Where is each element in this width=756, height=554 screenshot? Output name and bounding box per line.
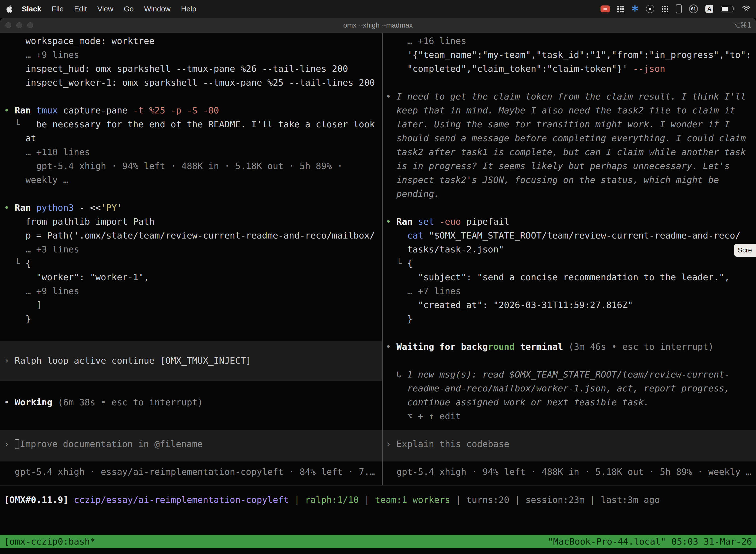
terminal-line: └ {	[4, 257, 31, 270]
waiting-status: • Waiting for background terminal (3m 46…	[386, 340, 713, 354]
terminal-line: inspect task2's JSON, focusing on the st…	[386, 173, 719, 187]
menu-item-window[interactable]: Window	[144, 5, 171, 13]
terminal-content[interactable]: workspace_mode: worktree … +9 lines insp…	[0, 33, 756, 554]
terminal-line: task2 after task1 is complete, but can I…	[386, 145, 746, 159]
prompt-input: › Improve documentation in @filename	[4, 437, 203, 451]
terminal-line: tasks/task-2.json"	[386, 242, 504, 257]
input-source-icon[interactable]: A	[705, 5, 713, 13]
ran-set-command: • Ran set -euo pipefail	[386, 215, 509, 229]
window-shortcut-badge: ⌥⌘1	[732, 18, 752, 33]
terminal-line: "subject": "send a concise recommendatio…	[386, 270, 730, 284]
iphone-mirroring-icon[interactable]	[676, 4, 682, 13]
menu-items: FileEditViewGoWindowHelp	[52, 5, 207, 13]
blue-asterisk-icon[interactable]	[631, 5, 638, 13]
working-status: • Working (6m 38s • esc to interrupt)	[4, 395, 203, 409]
terminal-line: should send a message before completing …	[386, 131, 746, 145]
dots-grid-icon[interactable]	[662, 6, 668, 12]
terminal-line: later. Using the same for transition mig…	[386, 117, 730, 131]
prompt-suggestion: › Explain this codebase	[386, 437, 509, 451]
tmux-session-label: [omx-cczip0:bash*	[4, 536, 95, 547]
menu-item-go[interactable]: Go	[124, 5, 134, 13]
terminal-line: p = Path('.omx/state/team/review-current…	[4, 229, 375, 242]
app-menu-slack[interactable]: Slack	[22, 5, 41, 13]
battery-icon[interactable]	[721, 6, 733, 12]
menu-item-help[interactable]: Help	[181, 5, 196, 13]
terminal-line: … +9 lines	[4, 48, 79, 62]
terminal-line: workspace_mode: worktree	[4, 34, 154, 48]
wifi-icon[interactable]	[742, 5, 751, 13]
terminal-line: '{"team_name":"my-team","task_id":"1","f…	[386, 48, 751, 62]
right-pane[interactable]: … +16 lines '{"team_name":"my-team","tas…	[383, 34, 756, 485]
terminal-line: weekly …	[4, 173, 68, 187]
tmux-host-time: "MacBook-Pro-44.local" 05:03 31-Mar-26	[548, 536, 752, 547]
window-title: omx --xhigh --madmax	[0, 18, 756, 33]
screenshot-thumbnail[interactable]: Scre	[734, 244, 756, 257]
model-status-footer: gpt-5.4 xhigh · essay/ai-reimplementatio…	[4, 465, 375, 479]
ran-python-command: • Ran python3 - <<'PY'	[4, 201, 122, 215]
terminal-line: … +16 lines	[386, 34, 466, 48]
terminal-line: "created_at": "2026-03-31T11:59:27.816Z"	[386, 298, 633, 312]
terminal-line: └ {	[386, 257, 413, 270]
terminal-line: at	[4, 131, 36, 145]
terminal-line: … +3 lines	[4, 242, 79, 257]
terminal-line: └ be necessary for the end of the README…	[4, 117, 375, 131]
terminal-line: keep that in mind. Maybe I also need the…	[386, 104, 735, 117]
keyboard-grid-icon[interactable]	[617, 6, 624, 12]
dark-circle-app-icon[interactable]	[646, 5, 654, 13]
terminal-line: "worker": "worker-1",	[4, 270, 149, 284]
terminal-line: "completed","claim_token":"claim-token"}…	[386, 62, 665, 76]
ran-tmux-command: • Ran tmux capture-pane -t %25 -p -S -80	[4, 104, 219, 117]
mailbox-message: ↳ 1 new msg(s): read $OMX_TEAM_STATE_ROO…	[386, 368, 730, 382]
edit-hint: ⌥ + ↑ edit	[386, 409, 461, 423]
screen-recording-indicator-icon[interactable]	[601, 5, 610, 12]
status-separator	[0, 485, 756, 486]
apple-menu-icon[interactable]	[6, 5, 12, 13]
terminal-line: … +9 lines	[4, 284, 79, 298]
menu-item-file[interactable]: File	[52, 5, 63, 13]
terminal-line: … +110 lines	[4, 145, 90, 159]
terminal-line: readme-and-reco/mailbox/worker-1.json, a…	[386, 382, 730, 395]
terminal-line: from pathlib import Path	[4, 215, 154, 229]
terminal-line: inspect_worker-1: omx sparkshell --tmux-…	[4, 76, 375, 90]
block-cursor	[15, 439, 19, 449]
tmux-status-bar: [omx-cczip0:bash* "MacBook-Pro-44.local"…	[0, 535, 756, 548]
terminal-line: pending.	[386, 187, 440, 201]
terminal-line: inspect_hud: omx sparkshell --tmux-pane …	[4, 62, 348, 76]
battery-percent-ring[interactable]: 61	[689, 4, 698, 13]
terminal-line: is in progress? It seems likely but perh…	[386, 159, 730, 173]
left-pane[interactable]: workspace_mode: worktree … +9 lines insp…	[0, 34, 382, 485]
terminal-line: ]	[4, 298, 42, 312]
terminal-line: … +7 lines	[386, 284, 461, 298]
ralph-loop-prompt: › Ralph loop active continue [OMX_TMUX_I…	[4, 354, 251, 368]
omx-status-line: [OMX#0.11.9] cczip/essay/ai-reimplementa…	[4, 493, 660, 507]
menu-item-edit[interactable]: Edit	[74, 5, 87, 13]
menu-bar: Slack FileEditViewGoWindowHelp 61 A	[0, 0, 756, 18]
menu-bar-status-icons: 61 A	[601, 4, 756, 13]
terminal-line: }	[4, 312, 31, 326]
terminal-line: continue assigned work or next feasible …	[386, 395, 649, 409]
menu-item-view[interactable]: View	[97, 5, 113, 13]
window-title-bar[interactable]: omx --xhigh --madmax ⌥⌘1	[0, 18, 756, 33]
thinking-text: • I need to get the claim token from the…	[386, 90, 746, 104]
model-status-footer: gpt-5.4 xhigh · 94% left · 488K in · 5.1…	[386, 465, 751, 479]
terminal-line: }	[386, 312, 413, 326]
terminal-line: cat "$OMX_TEAM_STATE_ROOT/team/review-cu…	[386, 229, 741, 242]
terminal-line: gpt-5.4 xhigh · 94% left · 488K in · 5.1…	[4, 159, 342, 173]
